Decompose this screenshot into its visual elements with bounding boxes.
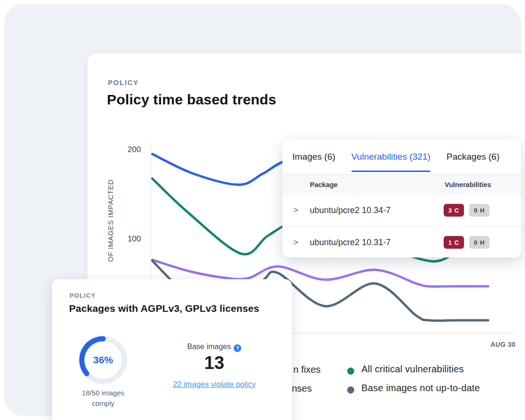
tab-images[interactable]: Images (6) xyxy=(292,139,335,174)
base-images-value: 13 xyxy=(146,353,283,373)
high-count-badge: 0 H xyxy=(469,204,490,217)
critical-count-badge: 1 C xyxy=(444,236,464,249)
legend-item-base-images: Base images not up-to-date xyxy=(361,383,480,394)
legend-item-clipped-2: nses xyxy=(292,383,312,394)
chevron-right-icon: > xyxy=(293,238,298,248)
column-header-package: Package xyxy=(310,174,338,195)
details-table-card: Images (6) Vulnerabilities (321) Package… xyxy=(282,139,521,257)
table-row[interactable]: > ubuntu/pcre2 10.34-7 3 C 0 H xyxy=(282,195,521,226)
base-images-stat: Base images? 13 22 images violate policy xyxy=(146,343,283,389)
high-count-badge: 0 H xyxy=(469,236,490,249)
violations-link[interactable]: 22 images violate policy xyxy=(173,380,255,389)
compliance-caption: 18/50 images comply xyxy=(65,388,141,409)
critical-count-badge: 3 C xyxy=(444,204,464,217)
chevron-right-icon: > xyxy=(293,206,298,215)
help-icon[interactable]: ? xyxy=(234,344,241,352)
policy-card-title: Packages with AGPLv3, GPLv3 licenses xyxy=(69,303,259,314)
policy-summary-card: POLICY Packages with AGPLv3, GPLv3 licen… xyxy=(52,279,292,420)
trends-card-title: Policy time based trends xyxy=(107,92,276,108)
trends-card-eyebrow: POLICY xyxy=(108,78,139,86)
details-tabs: Images (6) Vulnerabilities (321) Package… xyxy=(282,139,521,174)
tab-packages[interactable]: Packages (6) xyxy=(446,139,499,174)
compliance-caption-line1: 18/50 images xyxy=(65,388,141,398)
compliance-caption-line2: comply xyxy=(65,398,141,409)
table-header-row: Package Vulnerabilities xyxy=(282,174,521,195)
legend-dot-slate xyxy=(347,386,354,394)
base-images-label: Base images xyxy=(187,343,231,351)
package-name: ubuntu/pcre2 10.31-7 xyxy=(310,238,391,248)
legend-dot-teal xyxy=(347,368,354,375)
base-images-label-row: Base images? xyxy=(146,343,283,351)
tab-vulnerabilities[interactable]: Vulnerabilities (321) xyxy=(351,139,430,174)
policy-card-eyebrow: POLICY xyxy=(70,292,96,299)
column-header-vulnerabilities: Vulnerabilities xyxy=(445,174,491,195)
legend-item-clipped-1: n fixes xyxy=(293,364,321,375)
legend-item-all-critical: All critical vulnerabilities xyxy=(361,364,464,375)
table-row[interactable]: > ubuntu/pcre2 10.31-7 1 C 0 H xyxy=(282,226,521,257)
compliance-percent: 36% xyxy=(76,333,131,387)
y-axis-label: OF IMAGES IMPACTED xyxy=(106,180,114,262)
package-name: ubuntu/pcre2 10.34-7 xyxy=(310,206,391,215)
x-axis-end-label: AUG 30 xyxy=(468,341,516,348)
screenshot-stage: 200 100 OF IMAGES IMPACTED AUG 30 POLICY… xyxy=(0,0,525,420)
y-tick-200: 200 xyxy=(114,145,141,154)
y-tick-100: 100 xyxy=(114,234,141,244)
